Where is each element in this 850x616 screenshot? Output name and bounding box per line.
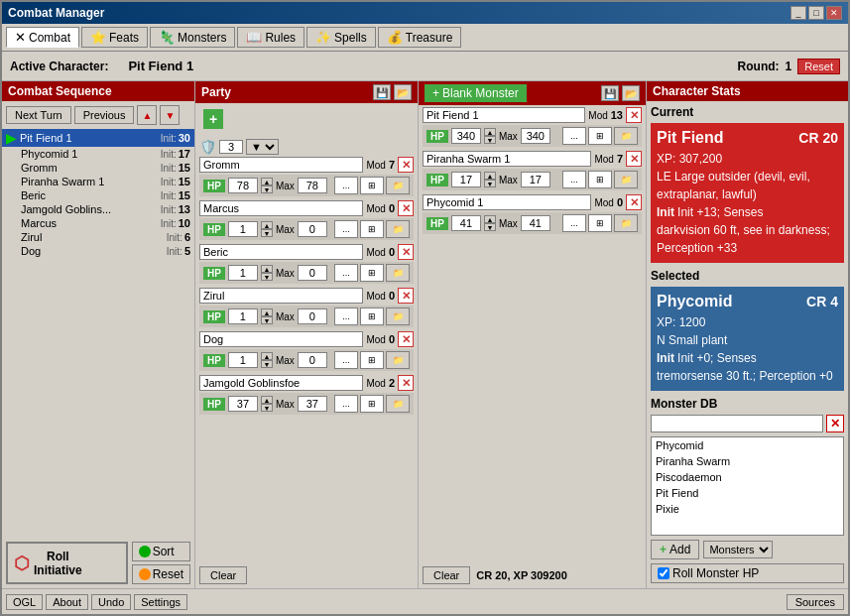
monsters-save-button[interactable]: 💾	[601, 85, 619, 101]
char-delete-button[interactable]: ✕	[398, 200, 414, 216]
hp-grid-button[interactable]: ⊞	[360, 177, 384, 194]
hp-input[interactable]	[228, 352, 258, 368]
settings-button[interactable]: Settings	[134, 594, 187, 610]
hp-ellipsis-button[interactable]: ...	[562, 127, 586, 145]
add-party-member-button[interactable]: +	[203, 109, 223, 129]
hp-folder-button[interactable]: 📁	[614, 127, 638, 145]
blank-monster-button[interactable]: + Blank Monster	[425, 84, 527, 102]
round-reset-button[interactable]: Reset	[797, 59, 840, 74]
char-delete-button[interactable]: ✕	[398, 288, 414, 304]
monster-db-list-item[interactable]: Piscodaemon	[652, 469, 843, 485]
monster-delete-button[interactable]: ✕	[626, 151, 642, 167]
about-button[interactable]: About	[46, 594, 88, 610]
monsters-load-button[interactable]: 📂	[622, 85, 640, 101]
monster-name-input[interactable]	[423, 151, 591, 167]
max-hp-input[interactable]	[298, 178, 327, 193]
hp-up-button[interactable]: ▲	[484, 128, 496, 136]
sources-button[interactable]: Sources	[787, 594, 844, 610]
monster-db-search-input[interactable]	[651, 415, 823, 432]
combatant-row[interactable]: ▶ Pit Fiend 1 Init: 30	[2, 129, 194, 147]
char-name-input[interactable]	[199, 288, 363, 304]
roll-monster-hp-checkbox[interactable]	[658, 567, 669, 579]
minimize-button[interactable]: _	[790, 6, 806, 20]
ogl-button[interactable]: OGL	[6, 594, 43, 610]
hp-up-button[interactable]: ▲	[484, 215, 496, 223]
add-monster-button[interactable]: + Add	[651, 540, 699, 559]
combatant-row[interactable]: Gromm Init: 15	[2, 161, 194, 175]
char-delete-button[interactable]: ✕	[398, 157, 414, 173]
hp-grid-button[interactable]: ⊞	[360, 264, 384, 282]
tab-rules[interactable]: 📖 Rules	[237, 27, 304, 48]
max-hp-input[interactable]	[521, 172, 550, 187]
hp-up-button[interactable]: ▲	[261, 396, 273, 404]
hp-ellipsis-button[interactable]: ...	[334, 220, 358, 238]
hp-down-button[interactable]: ▼	[484, 136, 496, 144]
tab-feats[interactable]: ⭐ Feats	[81, 27, 148, 48]
max-hp-input[interactable]	[298, 265, 327, 281]
char-delete-button[interactable]: ✕	[398, 375, 414, 391]
char-name-input[interactable]	[199, 244, 363, 260]
party-save-button[interactable]: 💾	[373, 84, 391, 100]
max-hp-input[interactable]	[521, 128, 550, 144]
combatant-row[interactable]: Marcus Init: 10	[2, 216, 194, 230]
char-name-input[interactable]	[199, 331, 363, 347]
hp-ellipsis-button[interactable]: ...	[334, 177, 358, 194]
hp-down-button[interactable]: ▼	[484, 223, 496, 231]
hp-up-button[interactable]: ▲	[261, 265, 273, 273]
special-dropdown[interactable]: ▼	[246, 139, 279, 155]
hp-input[interactable]	[228, 396, 258, 412]
maximize-button[interactable]: □	[808, 6, 824, 20]
hp-up-button[interactable]: ▲	[261, 221, 273, 229]
max-hp-input[interactable]	[298, 308, 327, 324]
hp-folder-button[interactable]: 📁	[386, 395, 410, 413]
combatant-row[interactable]: Dog Init: 5	[2, 244, 194, 258]
hp-up-button[interactable]: ▲	[261, 352, 273, 360]
tab-monsters[interactable]: 🦎 Monsters	[150, 27, 235, 48]
combatant-row[interactable]: Jamgold Goblins... Init: 13	[2, 202, 194, 216]
hp-down-button[interactable]: ▼	[261, 273, 273, 281]
hp-up-button[interactable]: ▲	[261, 178, 273, 185]
hp-ellipsis-button[interactable]: ...	[562, 171, 586, 188]
hp-input[interactable]	[228, 265, 258, 281]
max-hp-input[interactable]	[298, 352, 327, 368]
reset-initiative-button[interactable]: Reset	[132, 564, 190, 584]
max-hp-input[interactable]	[298, 396, 327, 412]
char-name-input[interactable]	[199, 375, 363, 391]
hp-grid-button[interactable]: ⊞	[360, 308, 384, 325]
hp-input[interactable]	[451, 128, 481, 144]
previous-button[interactable]: Previous	[74, 106, 135, 124]
combatant-row[interactable]: Zirul Init: 6	[2, 230, 194, 244]
hp-down-button[interactable]: ▼	[261, 185, 273, 193]
party-load-button[interactable]: 📂	[394, 84, 412, 100]
hp-up-button[interactable]: ▲	[484, 172, 496, 180]
hp-ellipsis-button[interactable]: ...	[334, 264, 358, 282]
monsters-clear-button[interactable]: Clear	[423, 566, 470, 584]
hp-folder-button[interactable]: 📁	[614, 214, 638, 232]
tab-combat[interactable]: ✕ Combat	[6, 27, 79, 48]
roll-monster-hp-button[interactable]: Roll Monster HP	[651, 563, 844, 583]
hp-down-button[interactable]: ▼	[261, 229, 273, 237]
tab-spells[interactable]: ✨ Spells	[306, 27, 376, 48]
hp-input[interactable]	[451, 172, 481, 187]
hp-ellipsis-button[interactable]: ...	[334, 351, 358, 369]
monster-db-list-item[interactable]: Phycomid	[652, 437, 843, 453]
monster-name-input[interactable]	[423, 194, 591, 210]
roll-initiative-button[interactable]: ⬡ RollInitiative	[6, 542, 128, 584]
hp-grid-button[interactable]: ⊞	[588, 171, 612, 188]
undo-button[interactable]: Undo	[91, 594, 131, 610]
monster-db-list-item[interactable]: Pit Fiend	[652, 485, 843, 501]
hp-ellipsis-button[interactable]: ...	[562, 214, 586, 232]
monster-db-list-item[interactable]: Piranha Swarm	[652, 453, 843, 469]
special-num-input[interactable]	[219, 140, 243, 154]
hp-up-button[interactable]: ▲	[261, 308, 273, 316]
hp-input[interactable]	[228, 308, 258, 324]
char-delete-button[interactable]: ✕	[398, 331, 414, 347]
hp-folder-button[interactable]: 📁	[386, 308, 410, 325]
monster-db-clear-button[interactable]: ✕	[826, 415, 844, 432]
hp-down-button[interactable]: ▼	[261, 316, 273, 324]
hp-folder-button[interactable]: 📁	[386, 264, 410, 282]
monster-delete-button[interactable]: ✕	[626, 194, 642, 210]
hp-input[interactable]	[228, 221, 258, 237]
party-clear-button[interactable]: Clear	[199, 566, 247, 584]
combatant-row[interactable]: Piranha Swarm 1 Init: 15	[2, 175, 194, 188]
